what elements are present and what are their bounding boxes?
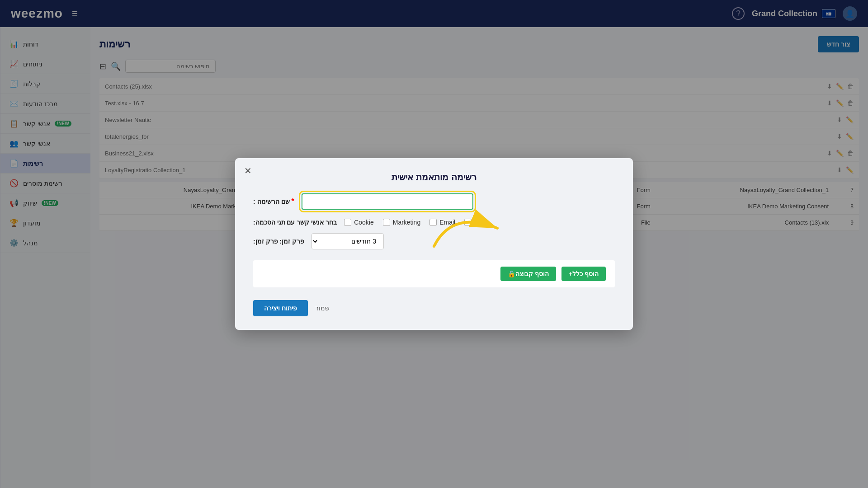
add-group-label: הוסף קבוצה🔒: [508, 270, 549, 277]
cookie-label: Cookie: [354, 219, 374, 226]
form-row-name: * שם הרשימה :: [253, 193, 615, 210]
add-group-button[interactable]: הוסף קבוצה🔒: [500, 267, 556, 281]
add-buttons-row: הוסף כלל+ הוסף קבוצה🔒: [253, 260, 615, 287]
time-select[interactable]: 3 חודשים 6 חודשים שנה: [311, 233, 384, 249]
list-name-input[interactable]: [302, 193, 473, 210]
time-label: פרק זמן: פרק זמן:: [253, 238, 304, 245]
consent-options: SMS Email Marketing Cookie: [344, 219, 488, 226]
marketing-checkbox[interactable]: [383, 219, 390, 226]
add-all-label: הוסף כלל+: [569, 270, 599, 277]
email-label: Email: [439, 219, 455, 226]
marketing-label: Marketing: [393, 219, 420, 226]
form-row-time: 3 חודשים 6 חודשים שנה פרק זמן: פרק זמן:: [253, 233, 615, 249]
sms-checkbox[interactable]: [464, 219, 472, 226]
modal-overlay: ✕ רשימה מותאמת אישית * שם הרשימה : SMS E…: [0, 0, 868, 488]
modal: ✕ רשימה מותאמת אישית * שם הרשימה : SMS E…: [235, 158, 633, 330]
modal-close-button[interactable]: ✕: [244, 165, 252, 176]
consent-sms: SMS: [464, 219, 488, 226]
add-all-button[interactable]: הוסף כלל+: [561, 267, 606, 281]
sms-label: SMS: [474, 219, 488, 226]
consent-marketing: Marketing: [383, 219, 420, 226]
save-button[interactable]: שמור: [315, 305, 330, 312]
cookie-checkbox[interactable]: [344, 219, 351, 226]
save-open-button[interactable]: פיתוח ויצירה: [253, 300, 308, 316]
modal-footer: שמור פיתוח ויצירה: [253, 300, 615, 316]
consent-label: בחר אנשי קשר עם תגי הסכמה:: [253, 219, 337, 226]
required-star: *: [292, 197, 294, 206]
consent-cookie: Cookie: [344, 219, 374, 226]
form-row-consent: SMS Email Marketing Cookie בחר אנשי קשר …: [253, 219, 615, 226]
consent-email: Email: [429, 219, 455, 226]
modal-title: רשימה מותאמת אישית: [253, 172, 615, 183]
list-name-label: * שם הרשימה :: [253, 197, 294, 206]
email-checkbox[interactable]: [429, 219, 437, 226]
